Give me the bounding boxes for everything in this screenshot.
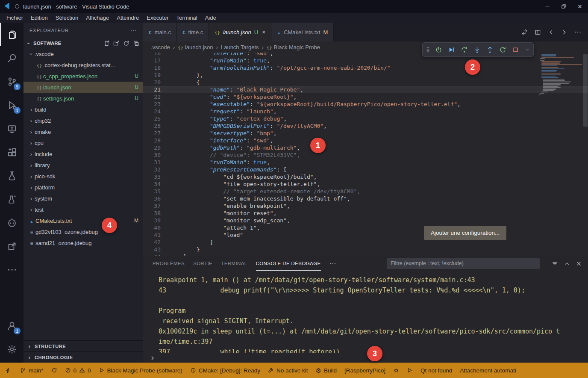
step-over-button[interactable] — [461, 46, 468, 53]
close-panel-button[interactable] — [576, 260, 582, 267]
power-button[interactable] — [435, 46, 442, 53]
status-auto-attach[interactable]: Attachement automati — [456, 363, 520, 378]
tree-item-cmakelists-txt[interactable]: ▲CMakeLists.txtM — [24, 215, 143, 226]
status-sync[interactable] — [47, 363, 61, 378]
section-chronologie[interactable]: ›CHRONOLOGIE — [24, 351, 143, 363]
tree-item-cortex-debug-registers-stat[interactable]: {}.cortex-debug.registers.stat... — [24, 59, 143, 71]
panel-tab-console-de-debogage[interactable]: CONSOLE DE DÉBOGAGE — [256, 256, 321, 271]
add-configuration-button[interactable]: Ajouter une configuration... — [424, 226, 506, 240]
forward-button[interactable] — [561, 29, 567, 35]
tree-item-chip32[interactable]: ›chip32 — [24, 115, 143, 126]
tree-item-build[interactable]: ›build — [24, 104, 143, 115]
menu-item-fichier[interactable]: Fichier — [3, 13, 27, 23]
debug-console-input[interactable] — [143, 353, 588, 363]
new-file-button[interactable] — [103, 40, 110, 47]
status-qt-status[interactable]: Qt not found — [417, 363, 456, 378]
status-remote-indicator[interactable] — [0, 363, 16, 378]
tree-item-include[interactable]: ›include — [24, 148, 143, 159]
activity-item-source-control[interactable]: 9 — [0, 70, 24, 93]
code-editor[interactable]: 16 "interface": "swd",17 "runToMain": tr… — [143, 53, 588, 256]
menu-item-edition[interactable]: Edition — [27, 13, 52, 23]
tree-item-gd32vf103-ozone-jdebug[interactable]: ≡gd32vf103_ozone.jdebug — [24, 226, 143, 237]
back-button[interactable] — [548, 29, 554, 35]
activity-item-remote-device[interactable] — [0, 117, 24, 140]
chevron-up-button[interactable] — [564, 260, 570, 267]
debug-console-filter-input[interactable] — [387, 258, 540, 269]
breadcrumb-item-vscode[interactable]: .vscode — [151, 44, 170, 50]
more-button[interactable]: ··· — [574, 28, 581, 36]
activity-item-flask-tools[interactable] — [0, 187, 24, 211]
tab-cmakelists-txt[interactable]: ▲CMakeLists.txtM — [271, 23, 334, 41]
compare-button[interactable] — [521, 29, 528, 35]
activity-item-explorer[interactable] — [0, 23, 24, 46]
activity-item-live-share[interactable] — [0, 234, 24, 258]
activity-item-extensions[interactable] — [0, 140, 24, 164]
menu-item-terminal[interactable]: Terminal — [173, 13, 201, 23]
status-cmake-kit[interactable]: No active kit — [264, 363, 312, 378]
activity-item-run-debug[interactable]: 1 — [0, 93, 24, 117]
new-folder-button[interactable] — [113, 40, 120, 47]
tree-item-pico-sdk[interactable]: ›pico-sdk — [24, 171, 143, 182]
menu-item-atteindre[interactable]: Atteindre — [113, 13, 143, 23]
tree-item-test[interactable]: ›test — [24, 204, 143, 215]
tree-item-library[interactable]: ›library — [24, 159, 143, 171]
section-structure[interactable]: ›STRUCTURE — [24, 340, 143, 351]
tree-item-launch-json[interactable]: {}launch.jsonU — [24, 82, 143, 93]
status-problems[interactable]: 00 — [61, 363, 95, 378]
status-git-branch[interactable]: main* — [16, 363, 47, 378]
folder-section-header[interactable]: › SOFTWARE — [24, 38, 143, 48]
refresh-button[interactable] — [123, 40, 129, 47]
activity-item-platformio[interactable] — [0, 211, 24, 234]
tree-item-platform[interactable]: ›platform — [24, 182, 143, 193]
panel-tab-problemes[interactable]: PROBLÈMES — [153, 256, 185, 271]
status-debug-bug[interactable] — [389, 363, 403, 378]
breadcrumb-item-launch-targets[interactable]: Launch Targets — [221, 44, 259, 50]
minimize-button[interactable]: ─ — [539, 0, 556, 13]
tab-time-c[interactable]: Ctime.c — [177, 23, 209, 41]
activity-item-account[interactable]: 1 — [0, 314, 24, 337]
activity-item-testing[interactable] — [0, 164, 24, 187]
restore-button[interactable] — [556, 0, 572, 13]
status-debug-target[interactable]: Black Magic Probe (software) — [95, 363, 186, 378]
panel-tab-terminal[interactable]: TERMINAL — [221, 256, 247, 271]
stop-button[interactable] — [512, 46, 519, 53]
collapse-all-button[interactable] — [133, 40, 139, 47]
close-button[interactable]: ✕ — [572, 0, 588, 13]
status-cmake-build[interactable]: ⚙Build — [312, 363, 340, 378]
breadcrumb-item-launch-json[interactable]: {}launch.json — [178, 44, 213, 50]
tab-main-c[interactable]: Cmain.c — [143, 23, 177, 41]
chevron-down-button[interactable] — [525, 47, 530, 52]
restart-button[interactable] — [499, 46, 506, 53]
step-into-button[interactable] — [473, 46, 481, 53]
menu-item-aide[interactable]: Aide — [201, 13, 220, 23]
panel-tab-sortie[interactable]: SORTIE — [193, 256, 212, 271]
menu-item-executer[interactable]: Exécuter — [143, 13, 172, 23]
tree-item-c-cpp-properties-json[interactable]: {}c_cpp_properties.jsonU — [24, 71, 143, 82]
drag-handle[interactable]: ⣿ — [426, 47, 429, 53]
explorer-more-icon[interactable]: ··· — [131, 28, 137, 33]
activity-item-settings[interactable] — [0, 337, 24, 361]
status-cmake-status[interactable]: CMake: [Debug]: Ready — [186, 363, 264, 378]
activity-item-more[interactable] — [0, 258, 24, 281]
filter-lines-button[interactable] — [552, 260, 558, 267]
tab-launch-json[interactable]: {}launch.jsonU× — [209, 23, 271, 41]
status-launch-play[interactable] — [403, 363, 417, 378]
tree-item-settings-json[interactable]: {}settings.jsonU — [24, 93, 143, 104]
tree-item-vscode[interactable]: ›.vscode — [24, 48, 143, 59]
menu-item-selection[interactable]: Sélection — [52, 13, 82, 23]
status-cmake-variant[interactable]: [RaspberryPico] — [341, 363, 389, 378]
editor-scrollbar[interactable] — [582, 53, 588, 256]
tree-item-samd21-ozone-jdebug[interactable]: ≡samd21_ozone.jdebug — [24, 237, 143, 248]
tree-item-cmake[interactable]: ›cmake — [24, 126, 143, 137]
activity-item-search[interactable] — [0, 46, 24, 70]
continue-button[interactable] — [448, 46, 455, 53]
step-out-button[interactable] — [486, 46, 494, 53]
panel-more-icon[interactable]: ··· — [329, 260, 336, 267]
close-icon[interactable]: × — [262, 29, 265, 35]
tree-item-cpu[interactable]: ›cpu — [24, 137, 143, 148]
breadcrumb-item-black-magic-probe[interactable]: {}Black Magic Probe — [267, 44, 320, 50]
minimap[interactable] — [537, 54, 580, 96]
tree-item-system[interactable]: ›system — [24, 193, 143, 204]
menu-item-affichage[interactable]: Affichage — [82, 13, 113, 23]
split-button[interactable] — [535, 29, 541, 35]
